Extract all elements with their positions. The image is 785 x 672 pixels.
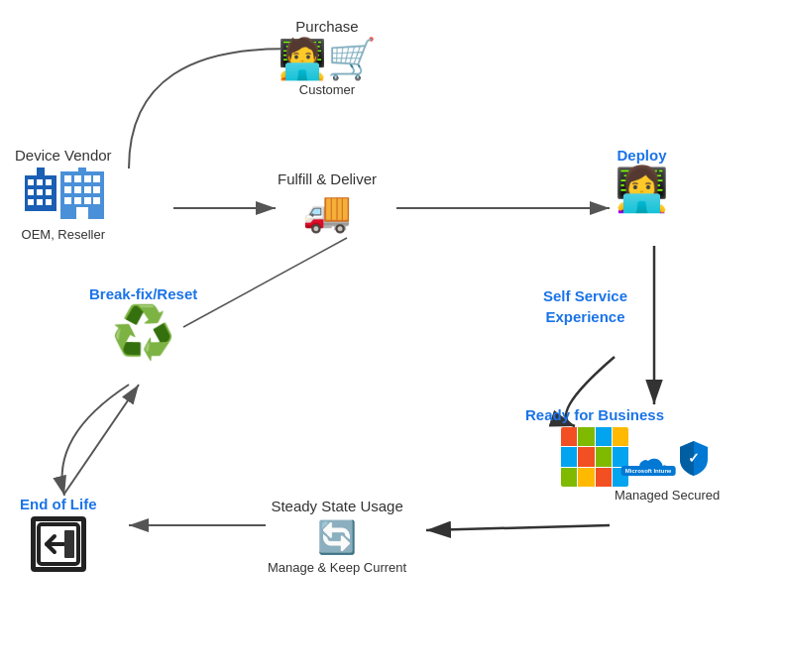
purchase-node: Purchase 🧑‍💻🛒 Customer [278,18,377,97]
svg-rect-30 [84,197,91,204]
ready-label: Ready for Business [525,406,664,423]
deploy-node: Deploy 👩‍💻 [615,147,669,211]
steadystate-node: Steady State Usage 🔄 Manage & Keep Curre… [268,498,406,575]
recycle-icon: ♻️ [111,306,175,358]
managed-label: Managed Secured [615,488,720,503]
svg-rect-15 [28,199,34,205]
svg-rect-22 [84,175,91,182]
svg-rect-27 [93,186,100,193]
svg-rect-36 [64,530,74,558]
truck-icon: 🚚 [302,191,352,231]
svg-rect-9 [28,179,34,185]
svg-rect-13 [37,189,43,195]
breakfix-label: Break-fix/Reset [89,285,197,302]
breakfix-node: Break-fix/Reset ♻️ [89,285,197,358]
svg-rect-23 [93,175,100,182]
vendor-node: Device Vendor [15,147,112,242]
cloud-icon: ☁ [624,433,672,486]
svg-rect-33 [78,168,86,173]
fulfill-label: Fulfill & Deliver [278,170,377,187]
svg-rect-20 [64,175,71,182]
deploy-icon: 👩‍💻 [615,168,669,211]
svg-line-7 [64,385,139,494]
endoflife-label: End of Life [20,496,97,512]
managed-node: ☁ Microsoft Intune ✓ Managed Secured [615,436,720,503]
purchase-icon: 🧑‍💻🛒 [278,39,377,78]
svg-rect-11 [46,179,52,185]
svg-rect-21 [74,175,81,182]
exit-icon [31,516,86,572]
svg-rect-25 [74,186,81,193]
svg-text:✓: ✓ [688,450,700,466]
customer-label: Customer [299,82,355,97]
svg-line-5 [426,525,610,530]
svg-rect-12 [28,189,34,195]
endoflife-node: End of Life [20,496,97,572]
svg-rect-26 [84,186,91,193]
lifecycle-diagram: Purchase 🧑‍💻🛒 Customer Device Vendor [0,0,785,672]
building-icon [23,168,104,219]
intune-label: Microsoft Intune [621,466,676,476]
managed-icons: ☁ Microsoft Intune ✓ [624,436,710,484]
steadystate-label: Steady State Usage [271,498,402,514]
selfservice-line1: Self Service [543,287,627,304]
svg-rect-18 [37,168,45,177]
deploy-label: Deploy [617,147,666,164]
intune-cloud: ☁ Microsoft Intune [624,436,672,484]
svg-rect-14 [46,189,52,195]
svg-rect-17 [46,199,52,205]
purchase-label: Purchase [295,18,358,35]
svg-rect-29 [74,197,81,204]
selfservice-line2: Experience [546,308,625,325]
fulfill-node: Fulfill & Deliver 🚚 [278,170,377,231]
svg-rect-10 [37,179,43,185]
svg-rect-24 [64,186,71,193]
svg-rect-16 [37,199,43,205]
sync-icon: 🔄 [317,518,357,556]
selfservice-node: Self Service Experience [543,287,627,329]
vendor-label: Device Vendor [15,147,112,164]
defender-shield: ✓ [678,439,710,481]
svg-rect-32 [76,207,88,219]
svg-rect-31 [93,197,100,204]
vendor-sublabel: OEM, Reseller [22,227,106,242]
svg-rect-28 [64,197,71,204]
steadystate-sublabel: Manage & Keep Current [268,560,406,575]
